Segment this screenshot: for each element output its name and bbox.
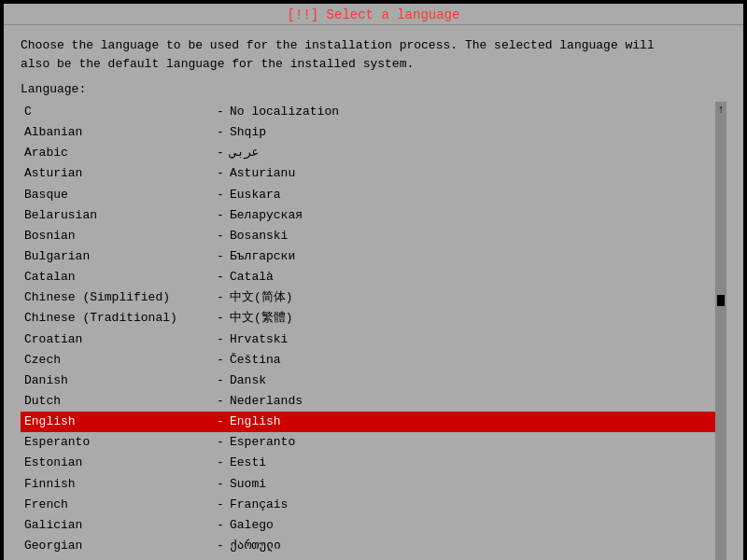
lang-code: Asturian <box>24 164 211 183</box>
lang-name: Nederlands <box>230 392 712 411</box>
lang-name: Esperanto <box>230 433 712 452</box>
lang-code: Chinese (Simplified) <box>24 288 211 307</box>
lang-dash: - <box>211 371 230 390</box>
lang-name: 中文(简体) <box>230 288 712 307</box>
lang-code: Bulgarian <box>24 247 211 266</box>
lang-dash: - <box>211 227 230 245</box>
lang-code: Albanian <box>24 123 211 142</box>
lang-dash: - <box>211 268 230 287</box>
scrollbar[interactable]: ↑ ↓ <box>715 102 726 560</box>
lang-name: Français <box>230 496 712 514</box>
lang-code: Danish <box>24 371 211 390</box>
lang-code: English <box>24 413 211 431</box>
list-item[interactable]: Basque - Euskara <box>21 185 715 205</box>
lang-code: Georgian <box>24 537 211 555</box>
lang-code: Arabic <box>24 144 211 162</box>
lang-code: French <box>24 496 211 514</box>
lang-code: Basque <box>24 186 211 204</box>
lang-dash: - <box>211 392 230 411</box>
lang-name: Hrvatski <box>230 330 712 349</box>
lang-name: Български <box>230 247 712 266</box>
lang-code: Galician <box>24 516 211 535</box>
list-item[interactable]: Belarusian - Беларуская <box>21 205 715 226</box>
lang-dash: - <box>211 123 230 142</box>
lang-dash: - <box>211 496 230 514</box>
lang-name: Galego <box>230 516 712 535</box>
lang-code: Finnish <box>24 475 211 494</box>
list-item[interactable]: Catalan - Català <box>21 267 715 287</box>
lang-name: Bosanski <box>230 227 712 245</box>
list-item[interactable]: Bulgarian - Български <box>21 246 715 267</box>
lang-dash: - <box>211 144 230 162</box>
lang-dash: - <box>211 330 230 349</box>
lang-name: عربي <box>230 144 712 162</box>
lang-code: Dutch <box>24 392 211 411</box>
scroll-thumb <box>717 295 725 306</box>
lang-dash: - <box>211 475 230 494</box>
list-item[interactable]: Danish - Dansk <box>21 371 715 391</box>
list-item[interactable]: French - Français <box>21 495 715 515</box>
lang-dash: - <box>211 186 230 204</box>
list-item[interactable]: English - English <box>21 412 715 432</box>
lang-dash: - <box>211 351 230 370</box>
lang-dash: - <box>211 433 230 452</box>
lang-code: Belarusian <box>24 206 211 225</box>
list-item[interactable]: Finnish - Suomi <box>21 474 715 495</box>
language-label: Language: <box>21 82 726 96</box>
list-item[interactable]: C - No localization <box>21 102 715 122</box>
scroll-track <box>717 119 725 560</box>
list-item[interactable]: Esperanto - Esperanto <box>21 432 715 453</box>
list-item[interactable]: Chinese (Simplified) - 中文(简体) <box>21 287 715 308</box>
list-item[interactable]: Chinese (Traditional) - 中文(繁體) <box>21 308 715 329</box>
lang-name: English <box>230 413 712 431</box>
lang-name: Dansk <box>230 371 712 390</box>
lang-dash: - <box>211 103 230 121</box>
outer-container: [!!] Select a language Choose the langua… <box>0 0 747 560</box>
description: Choose the language to be used for the i… <box>21 36 726 73</box>
lang-dash: - <box>211 309 230 328</box>
lang-code: Estonian <box>24 454 211 472</box>
list-item[interactable]: Croatian - Hrvatski <box>21 329 715 350</box>
lang-name: Asturianu <box>230 164 712 183</box>
lang-dash: - <box>211 516 230 535</box>
lang-name: 中文(繁體) <box>230 309 712 328</box>
language-list[interactable]: C - No localizationAlbanian - ShqipArabi… <box>21 102 715 560</box>
lang-dash: - <box>211 454 230 472</box>
lang-code: Catalan <box>24 268 211 287</box>
lang-code: Chinese (Traditional) <box>24 309 211 328</box>
lang-dash: - <box>211 288 230 307</box>
list-item[interactable]: German - Deutsch <box>21 556 715 560</box>
list-item[interactable]: Asturian - Asturianu <box>21 163 715 184</box>
list-item[interactable]: Czech - Čeština <box>21 350 715 371</box>
list-container: C - No localizationAlbanian - ShqipArabi… <box>21 102 726 560</box>
lang-code: Esperanto <box>24 433 211 452</box>
lang-dash: - <box>211 413 230 431</box>
list-item[interactable]: Dutch - Nederlands <box>21 391 715 412</box>
list-item[interactable]: Bosnian - Bosanski <box>21 226 715 246</box>
main-area: [!!] Select a language Choose the langua… <box>4 4 743 560</box>
dialog-title: [!!] Select a language <box>288 7 460 22</box>
lang-dash: - <box>211 206 230 225</box>
description-line2: also be the default language for the ins… <box>21 55 726 74</box>
list-item[interactable]: Arabic - عربي <box>21 143 715 163</box>
lang-name: Беларуская <box>230 206 712 225</box>
lang-name: Eesti <box>230 454 712 472</box>
scroll-up-icon[interactable]: ↑ <box>717 104 724 117</box>
lang-dash: - <box>211 247 230 266</box>
lang-name: Euskara <box>230 186 712 204</box>
list-item[interactable]: Galician - Galego <box>21 515 715 536</box>
lang-code: Bosnian <box>24 227 211 245</box>
lang-name: Català <box>230 268 712 287</box>
description-line1: Choose the language to be used for the i… <box>21 36 726 55</box>
lang-name: Čeština <box>230 351 712 370</box>
title-bar: [!!] Select a language <box>4 4 743 25</box>
lang-dash: - <box>211 537 230 555</box>
lang-dash: - <box>211 164 230 183</box>
lang-code: Czech <box>24 351 211 370</box>
list-item[interactable]: Estonian - Eesti <box>21 453 715 473</box>
lang-code: C <box>24 103 211 121</box>
list-item[interactable]: Albanian - Shqip <box>21 122 715 143</box>
lang-name: No localization <box>230 103 712 121</box>
list-item[interactable]: Georgian - ქართული <box>21 536 715 556</box>
lang-name: ქართული <box>230 537 712 555</box>
